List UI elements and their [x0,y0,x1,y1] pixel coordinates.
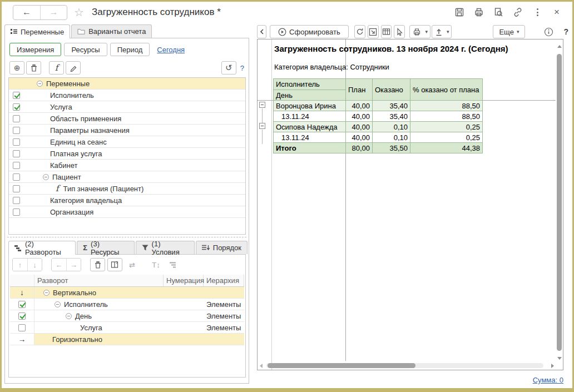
variable-row[interactable]: Пациент [9,171,245,183]
variable-checkbox[interactable] [13,103,20,111]
variable-checkbox[interactable] [13,209,20,216]
horizontal-splitter[interactable] [7,237,246,237]
more-menu-icon[interactable] [532,7,543,18]
report-row[interactable]: Итого80,0035,5044,38 [274,143,483,153]
variable-row[interactable]: Услуга [9,101,245,113]
collapse-group-1-icon[interactable] [259,102,265,108]
variable-checkbox[interactable] [13,197,20,204]
variable-row[interactable]: Кабинет [9,160,245,171]
move-down-button[interactable]: ↓ [27,259,42,271]
vertical-scroll-thumb[interactable] [557,54,562,351]
edit-button[interactable] [66,61,81,75]
grouping-checkbox[interactable] [18,301,26,308]
variable-checkbox[interactable] [13,173,20,181]
filter-button-период[interactable]: Период [110,43,150,56]
fit-content-button[interactable] [368,25,379,38]
variable-row[interactable]: Исполнитель [9,90,245,101]
move-left-button[interactable]: ← [52,259,66,271]
variable-row[interactable]: fТип значения (Пациент) [9,183,245,195]
info-icon[interactable] [544,27,553,37]
period-link[interactable]: Сегодня [157,46,185,54]
report-row[interactable]: Воронцова Ирина40,0035,4088,50 [274,101,483,111]
report-row[interactable]: 13.11.2440,0035,4088,50 [274,111,483,122]
move-right-button[interactable]: → [66,259,81,271]
collapse-icon[interactable] [43,290,50,296]
filter-button-ресурсы[interactable]: Ресурсы [64,43,107,56]
grouping-row[interactable]: →Горизонтально [10,334,244,345]
vertical-scrollbar[interactable] [556,41,563,361]
grouping-checkbox[interactable] [18,312,26,320]
scroll-up-arrow[interactable] [557,45,562,48]
filter-button-измерения[interactable]: Измерения [9,43,61,56]
preview-icon[interactable] [493,7,504,18]
delete-grouping-button[interactable] [90,258,105,271]
hierarchy-button[interactable] [166,258,181,271]
tab-report-options[interactable]: Варианты отчета [71,24,152,38]
variable-checkbox[interactable] [13,150,20,157]
formula-button[interactable]: f [49,61,64,75]
variable-row[interactable]: Категория владельца [9,195,245,206]
variable-checkbox[interactable] [13,162,20,169]
report-help-link[interactable]: ? [563,27,568,36]
link-icon[interactable] [512,7,523,18]
variable-row[interactable]: Единиц на сеанс [9,136,245,148]
favorite-star-icon[interactable]: ☆ [74,7,84,18]
variable-checkbox[interactable] [13,185,20,192]
forward-button[interactable]: → [40,6,67,19]
swap-button[interactable]: ⇄ [125,258,140,271]
print-icon[interactable] [473,7,484,18]
grouping-marker-cell[interactable] [10,310,34,321]
horizontal-scroll-thumb[interactable] [268,363,415,368]
tab-variables[interactable]: Переменные [4,24,70,38]
variable-checkbox[interactable] [13,127,20,134]
variable-row[interactable]: Переменные [9,78,245,90]
grouping-row[interactable]: ↓Вертикально [10,287,244,299]
print-split-button[interactable]: ▾ [409,25,430,38]
variables-help-link[interactable]: ? [240,64,244,72]
collapse-icon[interactable] [37,81,43,87]
scroll-down-arrow[interactable] [557,357,562,360]
select-mode-button[interactable] [394,25,405,38]
tab-section-3[interactable]: Порядок [196,241,248,254]
horizontal-scrollbar[interactable] [259,362,555,369]
collapse-icon[interactable] [43,174,49,180]
grouping-row[interactable]: УслугаЭлементы [10,322,244,334]
grouping-marker-cell[interactable] [10,322,34,333]
grouping-row[interactable]: ИсполнительЭлементы [10,299,244,310]
grouping-marker-cell[interactable] [10,299,34,310]
refresh-button[interactable] [354,25,365,38]
generate-button[interactable]: Сформировать [270,25,349,38]
variable-row[interactable]: Область применения [9,113,245,125]
export-split-button[interactable]: ▾ [432,25,452,38]
table-settings-button[interactable] [381,25,392,38]
variable-row[interactable]: Платная услуга [9,148,245,160]
save-icon[interactable] [454,7,465,18]
back-button[interactable]: ← [13,6,40,19]
grouping-checkbox[interactable] [18,324,26,331]
sort-height-button[interactable]: T↕ [149,258,164,271]
delete-button[interactable] [26,61,41,75]
tab-section-1[interactable]: Σ(3) Ресурсы [77,241,134,254]
split-table-button[interactable] [107,258,122,271]
collapse-group-2-icon[interactable] [259,123,265,129]
sum-link[interactable]: Сумма: 0 [533,376,563,384]
grouping-row[interactable]: ДеньЭлементы [10,310,244,322]
add-button[interactable]: ⊕ [9,61,24,75]
scroll-right-arrow[interactable] [551,364,554,368]
collapse-panel-button[interactable] [257,25,266,38]
reset-button[interactable]: ↺ [221,61,236,75]
tab-section-0[interactable]: (2) Развороты [8,241,76,255]
report-row[interactable]: 13.11.2440,000,100,25 [274,132,483,143]
collapse-icon[interactable] [55,301,61,307]
variable-row[interactable]: Параметры назначения [9,125,245,136]
more-button[interactable]: Еще ▾ [493,25,525,38]
tab-section-2[interactable]: (1) Условия [136,241,195,254]
collapse-icon[interactable] [66,313,72,319]
report-row[interactable]: Осипова Надежда40,000,100,25 [274,122,483,132]
close-icon[interactable]: × [551,7,562,18]
move-up-button[interactable]: ↑ [13,259,27,271]
variable-row[interactable]: Организация [9,206,245,218]
variable-checkbox[interactable] [13,115,20,122]
grouping-marker-cell[interactable]: → [10,334,34,345]
variable-checkbox[interactable] [13,92,20,99]
